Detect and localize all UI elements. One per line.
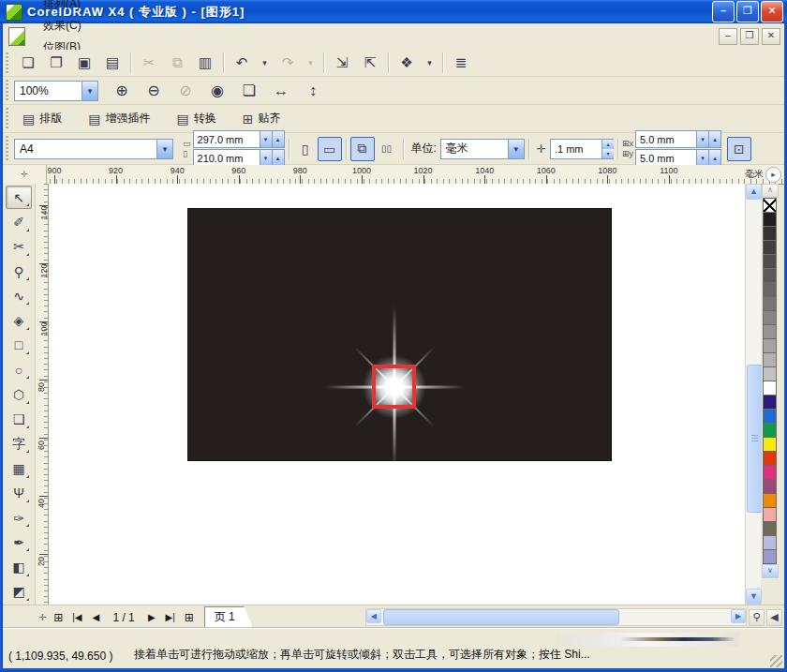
resize-grip[interactable] bbox=[770, 655, 782, 667]
zoom-height-button[interactable]: ↕ bbox=[299, 79, 327, 103]
spin-down-icon[interactable]: ▾ bbox=[696, 131, 708, 147]
scroll-corner-button[interactable]: ◀ bbox=[766, 609, 782, 626]
freehand-tool[interactable]: ∿ bbox=[6, 284, 32, 307]
nudge-field[interactable]: .1 mm ▴ ▾ bbox=[550, 139, 614, 159]
horizontal-scrollbar[interactable]: ◀ ▶ bbox=[365, 608, 747, 626]
horizontal-scroll-thumb[interactable] bbox=[383, 609, 619, 625]
open-button[interactable]: ❐ bbox=[42, 51, 70, 75]
palette-swatch[interactable] bbox=[763, 296, 777, 311]
ruler-origin-icon[interactable]: ✛ bbox=[3, 165, 47, 184]
shape-tool[interactable]: ✐ bbox=[6, 210, 32, 233]
save-button[interactable]: ▣ bbox=[70, 51, 98, 75]
guidelines-button[interactable]: ≣ bbox=[447, 51, 475, 75]
app-launcher-button[interactable]: ❖ bbox=[393, 51, 421, 75]
chevron-down-icon[interactable]: ▾ bbox=[156, 140, 172, 158]
snap-button[interactable]: ⊞ 贴齐 bbox=[234, 108, 290, 129]
spin-up-icon[interactable]: ▴ bbox=[708, 150, 720, 166]
convert-button[interactable]: ▤ 转换 bbox=[168, 108, 224, 129]
chevron-down-icon[interactable]: ▾ bbox=[82, 82, 97, 100]
landscape-button[interactable]: ▭ bbox=[318, 137, 342, 161]
menu-item[interactable]: 排列(A) bbox=[35, 0, 92, 15]
paste-button[interactable]: ▥ bbox=[191, 51, 219, 75]
treat-as-filled-button[interactable]: ⊡ bbox=[727, 137, 751, 161]
palette-scroll-up-button[interactable]: ∧ bbox=[762, 184, 779, 198]
blend-tool[interactable]: Ψ bbox=[6, 482, 32, 505]
ellipse-tool[interactable]: ○ bbox=[6, 358, 32, 381]
spin-down-icon[interactable]: ▾ bbox=[696, 150, 708, 166]
launcher-dropdown[interactable]: ▾ bbox=[421, 51, 438, 75]
menu-item[interactable]: 效果(C) bbox=[35, 15, 92, 37]
last-page-button[interactable]: ▶| bbox=[161, 609, 180, 626]
spin-up-icon[interactable]: ▴ bbox=[272, 131, 284, 147]
zoom-tool[interactable]: ⚲ bbox=[6, 260, 32, 283]
scroll-up-button[interactable]: ▲ bbox=[746, 184, 762, 200]
palette-swatch[interactable] bbox=[763, 282, 777, 297]
palette-swatch[interactable] bbox=[763, 479, 777, 494]
separator[interactable] bbox=[223, 52, 224, 73]
palette-swatch[interactable] bbox=[763, 198, 777, 213]
doc-restore-button[interactable]: ❐ bbox=[740, 28, 759, 45]
toolbar-grip[interactable] bbox=[5, 136, 10, 161]
separator[interactable] bbox=[130, 52, 131, 73]
palette-swatch[interactable] bbox=[763, 521, 777, 536]
zoom-level-combo[interactable]: 100% ▾ bbox=[14, 81, 98, 101]
vertical-ruler[interactable]: 14012010080604020 bbox=[36, 184, 49, 605]
toolbar-grip[interactable] bbox=[5, 80, 10, 101]
zoom-width-button[interactable]: ↔ bbox=[267, 79, 295, 103]
rectangle-tool[interactable]: □ bbox=[6, 334, 32, 357]
paper-type-combo[interactable]: A4 ▾ bbox=[14, 139, 173, 159]
next-page-button[interactable]: ▶ bbox=[142, 609, 161, 626]
text-tool[interactable]: 字 bbox=[6, 432, 32, 455]
palette-swatch[interactable] bbox=[763, 451, 777, 466]
basic-shapes-tool[interactable]: ❑ bbox=[6, 408, 32, 431]
ruler-options-icon[interactable]: ▸ bbox=[765, 167, 781, 183]
portrait-button[interactable]: ▯ bbox=[293, 137, 318, 161]
unit-combo[interactable]: 毫米 ▾ bbox=[440, 139, 525, 159]
palette-swatch[interactable] bbox=[763, 254, 777, 269]
palette-swatch[interactable] bbox=[763, 409, 777, 424]
add-page-button-2[interactable]: ⊞ bbox=[180, 609, 199, 626]
all-pages-button[interactable]: ⧉ bbox=[350, 137, 375, 161]
horizontal-ruler[interactable]: 900920940960980100010201040106010801100 … bbox=[47, 165, 784, 184]
zoom-in-button[interactable]: ⊕ bbox=[108, 79, 136, 103]
toolbar-grip[interactable] bbox=[5, 52, 10, 73]
palette-swatch[interactable] bbox=[763, 507, 777, 522]
separator[interactable] bbox=[442, 52, 443, 73]
plugins-button[interactable]: ▤ 增强插件 bbox=[80, 108, 158, 129]
palette-swatch[interactable] bbox=[763, 366, 777, 381]
scroll-right-button[interactable]: ▶ bbox=[731, 609, 746, 623]
spin-down-icon[interactable]: ▾ bbox=[601, 149, 614, 158]
export-button[interactable]: ⇱ bbox=[356, 51, 384, 75]
maximize-button[interactable]: ❐ bbox=[736, 1, 759, 22]
palette-scroll-down-button[interactable]: ∨ bbox=[762, 564, 779, 578]
palette-swatch[interactable] bbox=[763, 352, 777, 367]
new-button[interactable]: ❏ bbox=[14, 51, 42, 75]
smart-fill-tool[interactable]: ◈ bbox=[6, 308, 32, 332]
crop-tool[interactable]: ✂ bbox=[6, 235, 32, 259]
selection-box[interactable] bbox=[372, 365, 416, 409]
palette-swatch[interactable] bbox=[763, 437, 777, 452]
scroll-left-button[interactable]: ◀ bbox=[366, 609, 381, 623]
palette-swatch[interactable] bbox=[763, 549, 777, 564]
cut-button[interactable]: ✂ bbox=[135, 51, 163, 75]
outline-tool[interactable]: ✒ bbox=[6, 530, 32, 554]
spin-up-icon[interactable]: ▴ bbox=[601, 140, 614, 149]
import-button[interactable]: ⇲ bbox=[328, 51, 356, 75]
chevron-down-icon[interactable]: ▾ bbox=[508, 140, 524, 158]
palette-swatch[interactable] bbox=[763, 338, 777, 353]
zoom-page-button[interactable]: ❏ bbox=[235, 79, 263, 103]
spin-down-icon[interactable]: ▾ bbox=[260, 131, 272, 147]
redo-button[interactable]: ↷ bbox=[274, 51, 302, 75]
palette-swatch[interactable] bbox=[763, 226, 777, 241]
close-button[interactable]: ✕ bbox=[761, 1, 783, 22]
minimize-button[interactable]: – bbox=[712, 1, 735, 22]
separator[interactable] bbox=[323, 52, 324, 73]
current-page-button[interactable]: ▯▯ bbox=[375, 137, 399, 161]
zoom-actual-button[interactable]: ⊘ bbox=[171, 79, 200, 103]
prev-page-button[interactable]: ◀ bbox=[86, 609, 105, 626]
spin-up-icon[interactable]: ▴ bbox=[708, 131, 720, 147]
separator[interactable] bbox=[388, 52, 389, 73]
doc-minimize-button[interactable]: – bbox=[719, 28, 737, 45]
eyedropper-tool[interactable]: ✑ bbox=[6, 506, 32, 530]
drawing-canvas[interactable] bbox=[49, 184, 745, 605]
